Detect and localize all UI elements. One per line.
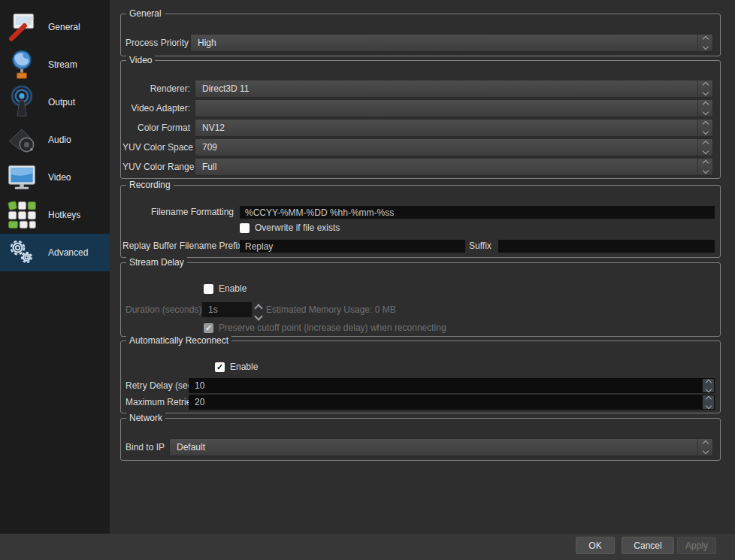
duration-label: Duration (seconds) [126,302,201,317]
sidebar-item-hotkeys[interactable]: Hotkeys [0,196,110,234]
color-format-label: Color Format [122,119,190,137]
preserve-cutoff-label: Preserve cutoff point (increase delay) w… [219,322,446,334]
combo-arrows-icon[interactable] [697,439,712,456]
network-groupbox: Network Bind to IP Default [120,418,721,461]
cancel-button[interactable]: Cancel [622,537,674,554]
replay-prefix-input[interactable] [240,240,465,253]
sidebar-item-label: Video [48,159,71,196]
sidebar-item-label: Output [48,83,75,121]
retry-delay-spinbox[interactable]: 10 [189,378,715,393]
process-priority-select[interactable]: High [190,34,713,52]
replay-suffix-label: Suffix [469,240,492,253]
sidebar-item-advanced[interactable]: Advanced [0,234,110,271]
sidebar-item-audio[interactable]: Audio [0,121,110,159]
output-icon [5,86,38,119]
duration-spinbox[interactable]: 1s [202,302,252,317]
video-groupbox: Video Renderer: Direct3D 11 Video Adapte… [120,60,721,179]
filename-formatting-label: Filename Formatting [122,206,234,219]
bind-to-ip-select[interactable]: Default [169,438,713,456]
sidebar-item-output[interactable]: Output [0,83,110,121]
video-icon [5,161,38,194]
apply-button[interactable]: Apply [677,537,716,554]
video-adapter-label: Video Adapter: [122,99,190,117]
stream-delay-enable-label: Enable [219,283,247,295]
sidebar-item-stream[interactable]: Stream [0,46,110,83]
group-title: General [126,8,165,20]
reconnect-enable-checkbox[interactable] [215,362,225,372]
color-format-select[interactable]: NV12 [195,119,713,137]
audio-icon [5,123,38,156]
yuv-color-space-label: YUV Color Space [122,138,190,156]
combo-arrows-icon[interactable] [697,35,712,51]
advanced-icon [5,236,38,269]
sidebar-item-label: Audio [48,121,71,159]
stream-icon [5,48,38,81]
sidebar-item-label: Stream [48,46,77,83]
memory-usage-text: Estimated Memory Usage: 0 MB [266,302,396,317]
combo-arrows-icon[interactable] [697,100,712,117]
overwrite-checkbox[interactable] [240,223,250,233]
spin-arrows-icon[interactable] [703,379,714,392]
ok-button[interactable]: OK [576,537,615,554]
general-groupbox: General Process Priority High [120,14,721,56]
renderer-select[interactable]: Direct3D 11 [195,80,713,98]
stream-delay-enable-checkbox[interactable] [204,284,213,294]
combo-arrows-icon[interactable] [697,139,712,156]
group-title: Stream Delay [126,257,187,268]
max-retries-label: Maximum Retries [126,395,195,410]
yuv-color-range-label: YUV Color Range [122,158,190,176]
replay-suffix-input[interactable] [498,240,715,253]
process-priority-label: Process Priority [126,34,189,52]
replay-prefix-label: Replay Buffer Filename Prefix [122,240,234,253]
filename-formatting-input[interactable] [240,206,715,219]
recording-groupbox: Recording Filename Formatting Overwrite … [120,185,721,258]
max-retries-spinbox[interactable]: 20 [189,395,715,410]
spin-arrows-icon[interactable] [703,395,714,409]
sidebar-item-video[interactable]: Video [0,159,110,196]
combo-arrows-icon[interactable] [697,120,712,136]
sidebar-item-label: Advanced [48,234,88,271]
sidebar-item-general[interactable]: General [0,8,110,46]
yuv-color-space-select[interactable]: 709 [195,138,713,156]
group-title: Video [126,55,155,66]
combo-arrows-icon[interactable] [697,80,712,97]
preserve-cutoff-checkbox[interactable] [204,323,213,333]
advanced-settings-panel: General Process Priority High Video Rend… [110,0,735,534]
general-icon [5,11,38,44]
sidebar-item-label: General [48,8,80,46]
overwrite-label: Overwrite if file exists [255,222,340,234]
reconnect-enable-label: Enable [230,362,258,373]
video-adapter-select[interactable] [195,99,713,117]
hotkeys-icon [5,198,38,232]
settings-sidebar: General Stream Output Audio [0,0,110,534]
duration-spin-arrows-icon[interactable] [256,305,262,319]
stream-delay-groupbox: Stream Delay Enable Duration (seconds) 1… [120,262,721,337]
auto-reconnect-groupbox: Automatically Reconnect Enable Retry Del… [120,341,721,413]
yuv-color-range-select[interactable]: Full [195,158,713,176]
renderer-label: Renderer: [122,80,190,98]
group-title: Network [126,413,165,424]
group-title: Recording [126,180,174,191]
bind-to-ip-label: Bind to IP [126,438,165,456]
group-title: Automatically Reconnect [126,335,231,347]
sidebar-item-label: Hotkeys [48,196,80,234]
combo-arrows-icon[interactable] [697,159,712,175]
